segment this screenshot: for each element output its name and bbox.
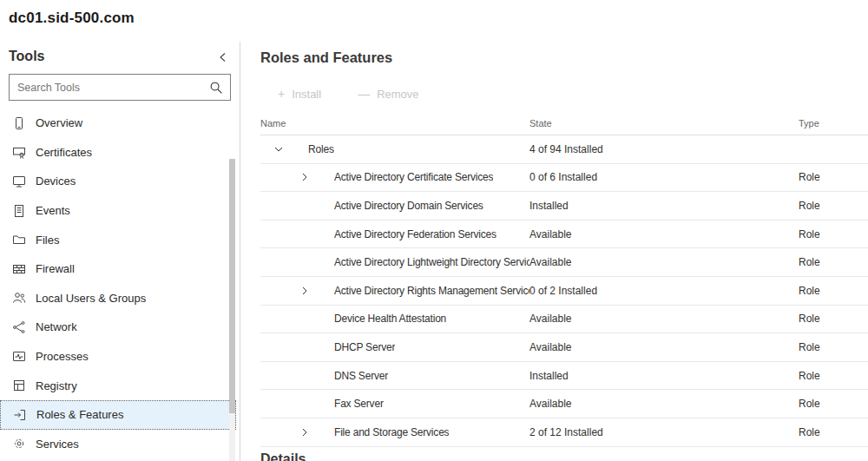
column-header-name[interactable]: Name — [260, 118, 529, 128]
sidebar-item-events[interactable]: Events — [0, 196, 240, 226]
table-row[interactable]: Fax Server Available Role — [260, 390, 868, 418]
sidebar-item-roles-features[interactable]: Roles & Features — [0, 400, 236, 430]
sidebar-item-files[interactable]: Files — [0, 225, 240, 254]
row-type: Role — [799, 171, 868, 183]
table-row[interactable]: Roles 4 of 94 Installed — [260, 135, 868, 164]
row-state: Installed — [529, 200, 799, 212]
table-row[interactable]: Device Health Attestation Available Role — [260, 306, 868, 334]
collapse-sidebar-icon[interactable] — [217, 49, 229, 63]
sidebar-item-registry[interactable]: Registry — [0, 371, 240, 400]
install-button-label: Install — [292, 88, 321, 101]
tools-sidebar: Tools Overview Certificates Devices Even… — [0, 42, 240, 461]
scrollbar-thumb[interactable] — [229, 159, 235, 413]
search-icon[interactable] — [209, 81, 223, 95]
certificates-icon — [12, 145, 26, 159]
remove-button-label: Remove — [377, 88, 418, 101]
users-icon — [12, 291, 26, 305]
row-state: 0 of 2 Installed — [529, 285, 799, 297]
firewall-icon — [12, 262, 26, 276]
chevron-right-icon[interactable] — [299, 172, 334, 182]
table-body: Roles 4 of 94 Installed Active Directory… — [260, 135, 868, 447]
roles-icon — [13, 408, 27, 422]
row-state: 4 of 94 Installed — [529, 143, 799, 155]
table-row[interactable]: Active Directory Certificate Services 0 … — [260, 164, 868, 193]
row-state: Available — [529, 256, 799, 268]
network-icon — [12, 320, 26, 334]
table-row[interactable]: Active Directory Rights Management Servi… — [260, 277, 868, 306]
registry-icon — [12, 379, 26, 392]
toolbar: + Install — Remove — [278, 85, 868, 102]
sidebar-item-devices[interactable]: Devices — [0, 167, 240, 196]
services-icon — [12, 437, 26, 451]
row-state: Available — [529, 398, 799, 410]
column-header-state[interactable]: State — [529, 118, 799, 128]
row-state: 0 of 6 Installed — [529, 171, 799, 183]
row-type: Role — [799, 426, 868, 438]
install-button[interactable]: + Install — [278, 85, 321, 102]
sidebar-item-firewall[interactable]: Firewall — [0, 254, 240, 284]
table-row[interactable]: Active Directory Lightweight Directory S… — [260, 248, 868, 277]
processes-icon — [12, 350, 26, 364]
row-state: 2 of 12 Installed — [529, 426, 799, 438]
sidebar-scrollbar[interactable] — [229, 159, 235, 461]
chevron-right-icon[interactable] — [299, 427, 334, 438]
row-state: Installed — [529, 370, 799, 382]
table-row[interactable]: DHCP Server Available Role — [260, 333, 868, 362]
search-tools-box — [9, 74, 231, 101]
search-tools-input[interactable] — [10, 75, 202, 100]
sidebar-header: Tools — [0, 42, 240, 64]
sidebar-item-overview[interactable]: Overview — [0, 109, 240, 138]
table-row[interactable]: File and Storage Services 2 of 12 Instal… — [260, 418, 868, 447]
devices-icon — [12, 175, 26, 188]
table-header: Name State Type — [260, 118, 868, 135]
chevron-right-icon[interactable] — [299, 286, 334, 296]
row-type: Role — [799, 398, 868, 410]
sidebar-item-local-users-groups[interactable]: Local Users & Groups — [0, 284, 240, 313]
row-state: Available — [529, 341, 799, 353]
chevron-down-icon[interactable] — [273, 144, 308, 155]
row-state: Available — [529, 313, 799, 325]
row-state: Available — [529, 228, 799, 240]
plus-icon: + — [278, 87, 285, 101]
table-row[interactable]: DNS Server Installed Role — [260, 362, 868, 391]
sidebar-item-services[interactable]: Services — [0, 430, 240, 459]
column-header-type[interactable]: Type — [799, 118, 868, 128]
overview-icon — [12, 116, 26, 130]
table-row[interactable]: Active Directory Federation Services Ava… — [260, 221, 868, 249]
server-title: dc01.sid-500.com — [9, 10, 868, 27]
row-type: Role — [799, 256, 868, 268]
tool-list: Overview Certificates Devices Events Fil… — [0, 109, 240, 458]
details-title: Details — [260, 451, 868, 461]
roles-table: Name State Type Roles 4 of 94 Installed … — [260, 118, 868, 447]
row-type: Role — [799, 313, 868, 325]
remove-button[interactable]: — Remove — [358, 85, 418, 102]
sidebar-item-network[interactable]: Network — [0, 313, 240, 342]
row-type: Role — [799, 370, 868, 382]
row-type: Role — [799, 285, 868, 297]
table-row[interactable]: Active Directory Domain Services Install… — [260, 192, 868, 221]
tools-title: Tools — [9, 49, 44, 64]
window-header: dc01.sid-500.com — [0, 0, 868, 42]
files-icon — [12, 233, 26, 247]
events-icon — [12, 204, 26, 218]
sidebar-item-processes[interactable]: Processes — [0, 342, 240, 372]
main-panel: Roles and Features + Install — Remove Na… — [240, 42, 868, 461]
row-type: Role — [799, 341, 868, 353]
content: Tools Overview Certificates Devices Even… — [0, 42, 868, 461]
row-type: Role — [799, 228, 868, 240]
sidebar-item-certificates[interactable]: Certificates — [0, 138, 240, 168]
row-type: Role — [799, 200, 868, 212]
page-title: Roles and Features — [260, 49, 868, 66]
minus-icon: — — [358, 87, 370, 101]
